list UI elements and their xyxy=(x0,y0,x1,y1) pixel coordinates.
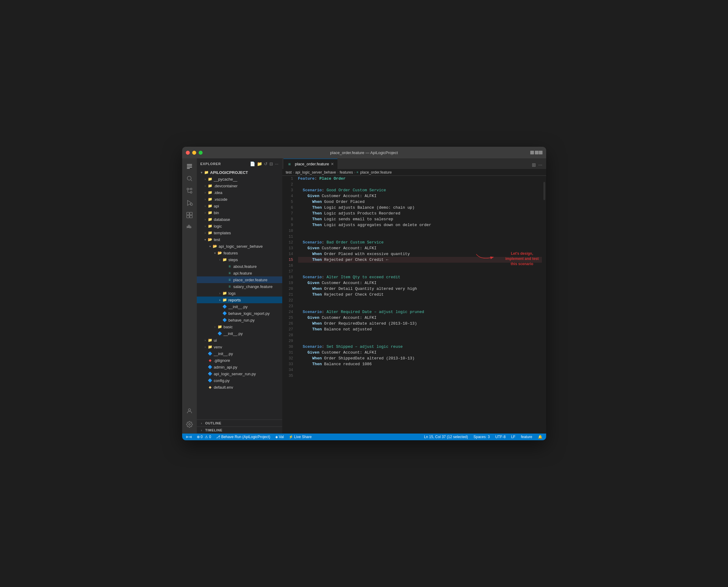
split-editor-icon[interactable]: ⊞ xyxy=(532,162,536,168)
status-line-ending[interactable]: LF xyxy=(510,433,517,440)
code-line-20: When Order Detail Quantity altered very … xyxy=(298,286,542,292)
logs-label: logs xyxy=(229,291,236,296)
idea-chevron xyxy=(203,190,208,195)
activity-docker-icon[interactable] xyxy=(184,222,195,233)
sidebar-item-init-py-1[interactable]: 🔷 __init__.py xyxy=(197,303,282,310)
breadcrumb-behave[interactable]: api_logic_server_behave xyxy=(295,170,336,174)
ln-20: 20 xyxy=(282,286,296,292)
activity-settings-icon[interactable] xyxy=(184,419,195,430)
sidebar-item-bin[interactable]: 📁 bin xyxy=(197,209,282,216)
outline-header[interactable]: OUTLINE xyxy=(197,420,282,426)
error-count: 0 xyxy=(201,435,203,439)
sidebar-item-features[interactable]: 📂 features xyxy=(197,250,282,256)
status-branch[interactable]: ⎇ Behave Run (ApiLogicProject) xyxy=(215,433,272,440)
activity-source-control-icon[interactable] xyxy=(184,185,195,196)
collapse-btn[interactable]: ⊟ xyxy=(269,161,273,166)
ln-col-label: Ln 15, Col 37 (12 selected) xyxy=(424,435,468,439)
status-ln-col[interactable]: Ln 15, Col 37 (12 selected) xyxy=(423,433,469,440)
venv-label: venv xyxy=(214,345,222,349)
minimize-button[interactable] xyxy=(192,151,196,155)
sidebar-item-logs[interactable]: 📁 logs xyxy=(197,290,282,297)
activity-extensions-icon[interactable] xyxy=(184,210,195,220)
activity-search-icon[interactable] xyxy=(184,173,195,184)
logs-icon: 📁 xyxy=(222,291,227,296)
more-tab-icon[interactable]: ··· xyxy=(538,162,542,168)
status-errors[interactable]: ⊗ 0 ⚠ 0 xyxy=(195,433,212,440)
status-val[interactable]: ◈ Val xyxy=(274,433,285,440)
sidebar-item-place-order-feature[interactable]: ≡ place_order.feature xyxy=(197,276,282,283)
maximize-button[interactable] xyxy=(198,151,203,155)
tab-close-btn[interactable]: × xyxy=(331,162,334,167)
init2-icon: 🔷 xyxy=(217,331,222,336)
config-icon: 🔷 xyxy=(208,378,213,383)
svg-point-6 xyxy=(190,192,192,193)
new-file-btn[interactable]: 📄 xyxy=(250,161,255,166)
database-label: database xyxy=(214,217,230,222)
sidebar-item-venv[interactable]: 📁 venv xyxy=(197,344,282,350)
sidebar-item-reports[interactable]: 📁 reports xyxy=(197,297,282,303)
activity-account-icon[interactable] xyxy=(184,405,195,417)
sidebar-item-gitignore[interactable]: ◆ .gitignore xyxy=(197,357,282,364)
sidebar-item-idea[interactable]: 📁 .idea xyxy=(197,189,282,196)
about-feature-icon: ≡ xyxy=(227,264,232,269)
sidebar-item-pycache[interactable]: 📁 __pycache__ xyxy=(197,176,282,183)
sidebar-item-database[interactable]: 📁 database xyxy=(197,216,282,223)
editor-scrollbar[interactable] xyxy=(542,176,546,433)
sidebar-item-ui[interactable]: 📁 ui xyxy=(197,337,282,344)
status-feedback[interactable]: 🔔 xyxy=(537,433,544,440)
sidebar-item-steps[interactable]: 📁 steps xyxy=(197,256,282,263)
sidebar-item-templates[interactable]: 📁 templates xyxy=(197,230,282,236)
breadcrumb-test[interactable]: test xyxy=(286,170,292,174)
sidebar-item-api-run[interactable]: 🔷 api_logic_server_run.py xyxy=(197,370,282,377)
tab-place-order-feature[interactable]: ≡ place_order.feature × xyxy=(283,159,337,169)
code-line-24: Scenario: Alter Required Date – adjust l… xyxy=(298,309,542,315)
sidebar-item-about-feature[interactable]: ≡ about.feature xyxy=(197,263,282,270)
code-line-12: Scenario: Bad Order Custom Service xyxy=(298,239,542,245)
sidebar-item-init-py-2[interactable]: 🔷 __init__.py xyxy=(197,330,282,337)
breadcrumb-file[interactable]: place_order.feature xyxy=(360,170,392,174)
sidebar-item-admin-api[interactable]: 🔷 admin_api.py xyxy=(197,364,282,370)
bin-label: bin xyxy=(214,211,219,215)
sidebar-item-api-logic-server-behave[interactable]: 📂 api_logic_server_behave xyxy=(197,243,282,250)
svg-point-22 xyxy=(188,409,190,411)
sidebar-item-vscode[interactable]: 📁 .vscode xyxy=(197,196,282,203)
status-remote-icon[interactable]: ⊳⊲ xyxy=(185,433,193,440)
status-left: ⊳⊲ ⊗ 0 ⚠ 0 ⎇ Behave Run (ApiLogicProject… xyxy=(185,433,313,440)
sidebar-item-devcontainer[interactable]: 📁 .devcontainer xyxy=(197,183,282,189)
root-folder[interactable]: 📁 APILOGICPROJECT xyxy=(197,169,282,176)
refresh-btn[interactable]: ↺ xyxy=(264,161,267,166)
timeline-header[interactable]: TIMELINE xyxy=(197,427,282,433)
init1-label: __init__.py xyxy=(229,304,248,309)
status-encoding[interactable]: UTF-8 xyxy=(494,433,507,440)
close-button[interactable] xyxy=(186,151,190,155)
new-folder-btn[interactable]: 📁 xyxy=(257,161,262,166)
layout-icons xyxy=(530,150,542,155)
tab-bar-right: ⊞ ··· xyxy=(532,162,545,169)
sidebar-item-api-feature[interactable]: ≡ api.feature xyxy=(197,270,282,276)
sidebar-item-behave-run[interactable]: 🔷 behave_run.py xyxy=(197,317,282,323)
api-chevron xyxy=(203,204,208,208)
code-line-21: Then Rejected per Check Credit xyxy=(298,292,542,298)
status-live-share[interactable]: ⚡ Live Share xyxy=(287,433,313,440)
code-content[interactable]: Feature: Place Order Scenario: Good Orde… xyxy=(296,176,542,433)
sidebar-item-config[interactable]: 🔷 config.py xyxy=(197,377,282,384)
config-label: config.py xyxy=(214,378,230,383)
breadcrumb-features[interactable]: features xyxy=(339,170,353,174)
more-btn[interactable]: ··· xyxy=(275,161,279,166)
sidebar-item-logic[interactable]: 📁 logic xyxy=(197,223,282,230)
timeline-label: TIMELINE xyxy=(205,428,223,432)
status-spaces[interactable]: Spaces: 3 xyxy=(472,433,491,440)
sidebar-item-init-root[interactable]: 🔷 __init__.py xyxy=(197,350,282,357)
sidebar-item-basic[interactable]: 📁 basic xyxy=(197,323,282,330)
sidebar-item-salary-feature[interactable]: ≡ salary_change.feature xyxy=(197,283,282,290)
sidebar-item-default-env[interactable]: ◆ default.env xyxy=(197,384,282,391)
activity-explorer-icon[interactable] xyxy=(184,161,195,172)
sidebar-item-behave-logic-report[interactable]: 🔷 behave_logic_report.py xyxy=(197,310,282,317)
timeline-section: TIMELINE xyxy=(197,426,282,433)
scrollbar-thumb[interactable] xyxy=(543,182,545,200)
code-editor[interactable]: 1 2 3 4 5 6 7 8 9 10 11 12 13 14 15 16 1 xyxy=(282,176,546,433)
sidebar-item-test[interactable]: 📂 test xyxy=(197,236,282,243)
activity-run-icon[interactable] xyxy=(184,197,195,208)
status-language[interactable]: feature xyxy=(520,433,533,440)
sidebar-item-api[interactable]: 📁 api xyxy=(197,203,282,209)
